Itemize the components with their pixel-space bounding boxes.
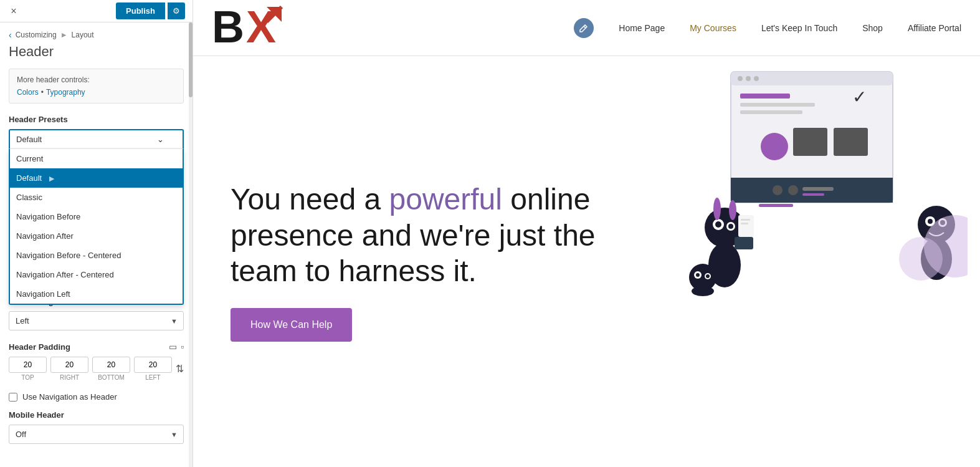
- breadcrumb-parent[interactable]: Customizing: [16, 31, 57, 39]
- padding-mobile-icon[interactable]: ▫: [181, 342, 184, 352]
- sidebar-scroll-area: ‹ Customizing ► Layout Header More heade…: [0, 22, 193, 467]
- nav-home[interactable]: Home Page: [619, 23, 665, 33]
- svg-point-7: [738, 76, 743, 81]
- padding-top-field: TOP: [9, 357, 47, 381]
- svg-point-24: [715, 221, 721, 228]
- padding-inputs: TOP RIGHT BOTTOM LEFT ⇅: [9, 357, 184, 381]
- padding-link-icon[interactable]: ⇅: [176, 357, 184, 381]
- header-padding-section: Header Padding ▭ ▫ TOP RIGHT BOTTOM: [9, 342, 184, 381]
- header-presets-dropdown[interactable]: Default ⌄ Current Default ▶ Classic Navi…: [9, 129, 184, 148]
- svg-rect-13: [793, 128, 827, 156]
- padding-top-label: TOP: [9, 374, 47, 381]
- svg-rect-11: [740, 103, 815, 107]
- padding-bottom-input[interactable]: [92, 357, 130, 373]
- nav-my-courses[interactable]: My Courses: [690, 23, 736, 33]
- hero-heading: You need a powerful online presence and …: [231, 181, 604, 289]
- svg-rect-21: [802, 193, 824, 196]
- gear-button[interactable]: ⚙: [168, 2, 185, 19]
- close-button[interactable]: ×: [7, 5, 20, 17]
- chevron-down-icon: ⌄: [157, 135, 164, 144]
- more-header-links: Colors • Typography: [17, 88, 176, 97]
- svg-point-41: [899, 237, 943, 281]
- padding-bottom-field: BOTTOM: [92, 357, 130, 381]
- padding-left-input[interactable]: [134, 357, 172, 373]
- nav-as-header-label: Use Navigation as Header: [22, 392, 117, 402]
- more-header-label: More header controls:: [17, 75, 176, 84]
- hero-line4: team to harness it.: [231, 254, 477, 287]
- hero-illustration-svg: ✓: [668, 62, 968, 299]
- svg-text:✓: ✓: [852, 87, 867, 107]
- nav-keep-in-touch[interactable]: Let's Keep In Touch: [761, 23, 837, 33]
- publish-button[interactable]: Publish: [116, 2, 165, 19]
- dropdown-item-default[interactable]: Default ▶: [10, 168, 183, 188]
- nav-as-header-checkbox[interactable]: [9, 393, 17, 402]
- typography-link[interactable]: Typography: [46, 88, 85, 97]
- dropdown-trigger[interactable]: Default ⌄: [9, 129, 184, 148]
- scroll-thumb[interactable]: [189, 22, 193, 97]
- hero-line1: You need a: [231, 183, 389, 216]
- svg-point-19: [788, 185, 798, 195]
- breadcrumb-current: Layout: [72, 31, 94, 39]
- mobile-header-select[interactable]: Off On: [9, 425, 184, 444]
- svg-rect-12: [740, 110, 802, 114]
- logo[interactable]: B X: [212, 2, 287, 54]
- nav-affiliate[interactable]: Affiliate Portal: [908, 23, 961, 33]
- preview-content: You need a powerful online presence and …: [193, 56, 980, 467]
- dropdown-item-current[interactable]: Current: [10, 149, 183, 168]
- svg-rect-31: [741, 223, 748, 224]
- nav-edit-icon[interactable]: [574, 18, 594, 38]
- svg-point-8: [746, 76, 751, 81]
- svg-text:B: B: [212, 2, 244, 52]
- padding-desktop-icon[interactable]: ▭: [169, 342, 177, 352]
- top-bar: × Publish ⚙: [0, 0, 193, 22]
- back-arrow-icon[interactable]: ‹: [9, 30, 12, 40]
- svg-point-44: [696, 273, 700, 277]
- padding-right-input[interactable]: [50, 357, 88, 373]
- nav-shop[interactable]: Shop: [862, 23, 883, 33]
- logo-svg: B X: [212, 2, 287, 52]
- left-panel: × Publish ⚙ ‹ Customizing ► Layout Heade…: [0, 0, 193, 467]
- padding-icons: ▭ ▫: [169, 342, 184, 352]
- mobile-header-section: Mobile Header Off On ▼: [9, 410, 184, 444]
- hero-line3: presence and we're just the: [231, 219, 596, 252]
- svg-rect-20: [802, 187, 834, 191]
- header-presets-section: Header Presets Default ⌄ Current Default…: [9, 115, 184, 148]
- link-separator: •: [41, 88, 44, 97]
- dropdown-item-nav-after[interactable]: Navigation After: [10, 226, 183, 246]
- svg-point-46: [706, 274, 710, 278]
- padding-right-field: RIGHT: [50, 357, 88, 381]
- svg-point-18: [773, 185, 783, 195]
- padding-left-label: LEFT: [134, 374, 172, 381]
- padding-bottom-label: BOTTOM: [92, 374, 130, 381]
- dropdown-item-nav-left[interactable]: Navigation Left: [10, 284, 183, 304]
- scroll-track: [189, 22, 193, 467]
- dropdown-item-nav-before[interactable]: Navigation Before: [10, 207, 183, 226]
- svg-rect-30: [741, 219, 750, 221]
- edit-icon-svg: [579, 24, 588, 32]
- svg-point-32: [713, 198, 721, 220]
- preview-area: B X Home Page My Courses Let's Keep In T…: [193, 0, 980, 467]
- cta-button[interactable]: How We Can Help: [231, 308, 352, 342]
- svg-rect-14: [834, 128, 868, 156]
- mobile-header-label: Mobile Header: [9, 410, 184, 420]
- dropdown-item-nav-before-centered[interactable]: Navigation Before - Centered: [10, 246, 183, 265]
- hero-highlight: powerful: [389, 183, 502, 216]
- nav-as-header-row: Use Navigation as Header: [9, 392, 184, 402]
- padding-top-input[interactable]: [9, 357, 47, 373]
- dropdown-item-classic[interactable]: Classic: [10, 188, 183, 207]
- padding-header: Header Padding ▭ ▫: [9, 342, 184, 352]
- colors-link[interactable]: Colors: [17, 88, 39, 97]
- dropdown-selected-value: Default: [16, 135, 42, 144]
- header-padding-label: Header Padding: [9, 342, 70, 352]
- padding-right-label: RIGHT: [50, 374, 88, 381]
- header-presets-label: Header Presets: [9, 115, 184, 124]
- nav-items: Home Page My Courses Let's Keep In Touch…: [574, 18, 961, 38]
- header-alignment-select[interactable]: Left Center Right: [9, 311, 184, 330]
- svg-rect-10: [740, 94, 790, 99]
- svg-point-33: [729, 200, 736, 220]
- svg-point-9: [754, 76, 759, 81]
- logo-area: B X: [212, 2, 287, 54]
- breadcrumb-separator: ►: [60, 31, 68, 39]
- breadcrumb: ‹ Customizing ► Layout: [9, 30, 184, 40]
- dropdown-item-nav-after-centered[interactable]: Navigation After - Centered: [10, 265, 183, 284]
